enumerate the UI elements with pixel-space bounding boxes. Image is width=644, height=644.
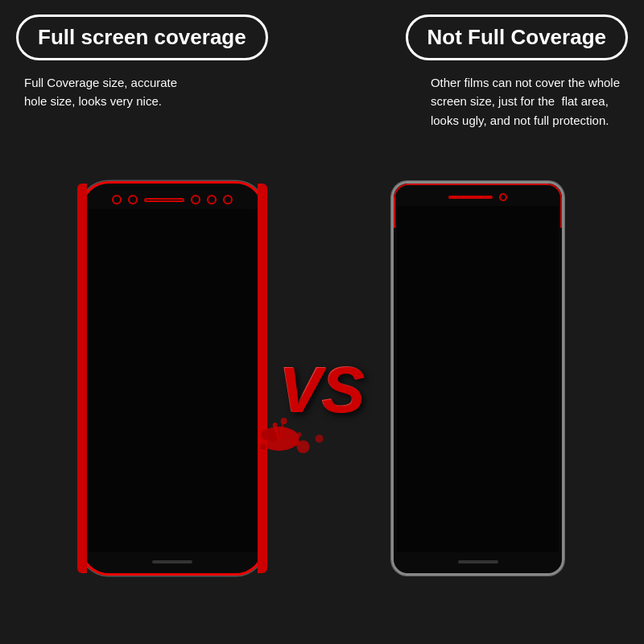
header-section: Full screen coverage Not Full Coverage (0, 0, 644, 68)
left-home-indicator (152, 560, 192, 564)
right-speaker (448, 196, 493, 199)
svg-point-8 (297, 432, 302, 437)
svg-point-7 (281, 418, 287, 424)
full-coverage-text: Full screen coverage (38, 25, 246, 49)
right-phone (391, 181, 564, 576)
not-full-coverage-label: Not Full Coverage (406, 14, 628, 60)
blood-splash-icon (255, 390, 352, 455)
description-section: Full Coverage size, accuratehole size, l… (0, 68, 644, 138)
left-sensor-3 (223, 195, 233, 204)
left-phone-body (82, 184, 262, 573)
right-camera (499, 193, 507, 201)
svg-point-4 (316, 435, 324, 443)
left-phone-screen (85, 209, 259, 552)
left-speaker (144, 198, 184, 202)
left-sensor-2 (207, 195, 217, 204)
left-description: Full Coverage size, accuratehole size, l… (24, 73, 177, 130)
left-camera-right (128, 195, 138, 204)
right-home-indicator (458, 560, 498, 564)
left-phone-top-bar (82, 184, 262, 209)
svg-point-3 (291, 440, 300, 446)
phones-comparison-section: VS (0, 138, 644, 644)
full-coverage-label: Full screen coverage (16, 14, 268, 60)
left-sensor-1 (191, 195, 200, 204)
left-phone (80, 181, 265, 576)
right-phone-top-bar (394, 184, 562, 206)
right-phone-screen (397, 206, 559, 552)
right-phone-body (394, 184, 562, 573)
svg-point-6 (273, 423, 278, 427)
right-description: Other films can not cover the wholescree… (431, 73, 620, 130)
svg-point-5 (260, 444, 266, 450)
vs-container: VS (279, 358, 365, 423)
not-full-coverage-text: Not Full Coverage (427, 25, 606, 49)
left-camera-left (112, 195, 122, 204)
